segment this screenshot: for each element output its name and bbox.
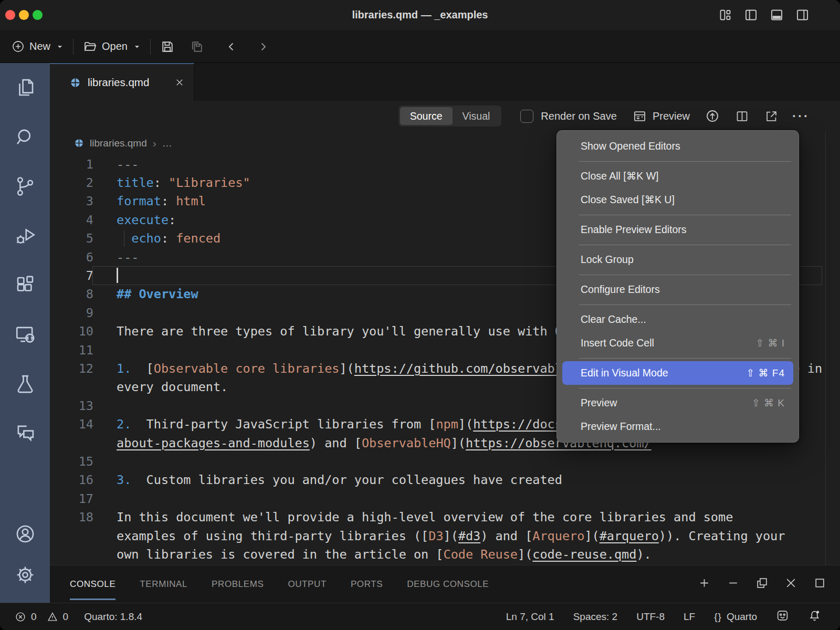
line-content: echo: fenced xyxy=(93,229,220,248)
panel-tab-problems[interactable]: PROBLEMS xyxy=(212,565,264,603)
new-console-plus-icon[interactable] xyxy=(698,576,711,592)
line-number: 7 xyxy=(50,268,93,283)
preview-button[interactable]: Preview xyxy=(633,109,690,123)
panel-tab-debug-console[interactable]: DEBUG CONSOLE xyxy=(407,565,489,603)
code-token: D3 xyxy=(428,529,443,543)
visual-mode-button[interactable]: Visual xyxy=(453,107,500,125)
line-number: 12 xyxy=(50,361,93,376)
chevron-down-icon xyxy=(56,43,64,50)
run-debug-icon[interactable] xyxy=(12,223,38,249)
code-token: : xyxy=(169,213,176,227)
line-number: 9 xyxy=(50,306,93,320)
close-panel-icon[interactable] xyxy=(784,576,797,592)
render-on-save-checkbox[interactable] xyxy=(520,110,533,123)
panel-tab-output[interactable]: OUTPUT xyxy=(288,565,326,603)
search-sidebar-icon[interactable] xyxy=(12,124,38,150)
cursor-position-status[interactable]: Ln 7, Col 1 xyxy=(506,611,554,623)
problems-status[interactable]: 0 0 xyxy=(15,611,68,623)
customize-layout-icon[interactable] xyxy=(718,8,732,22)
forward-button[interactable] xyxy=(257,40,269,53)
code-token: 1. xyxy=(117,361,131,376)
line-content: own libraries is covered in the article … xyxy=(93,545,652,563)
language-mode-status[interactable]: {} Quarto xyxy=(714,611,757,623)
line-content: title: "Libraries" xyxy=(93,173,250,192)
code-token: echo xyxy=(131,231,161,246)
comments-icon[interactable] xyxy=(12,420,38,446)
publish-icon[interactable] xyxy=(705,109,720,123)
editor-overview-ruler xyxy=(825,131,826,565)
more-actions-button[interactable]: ··· xyxy=(792,109,810,123)
new-button[interactable]: New xyxy=(12,40,64,53)
menu-item-enable-preview-editors[interactable]: Enable Preview Editors xyxy=(557,218,799,242)
line-number: 14 xyxy=(50,417,93,432)
split-editor-icon[interactable] xyxy=(735,109,749,123)
toggle-primary-sidebar-icon[interactable] xyxy=(744,8,758,22)
restore-panel-icon[interactable] xyxy=(755,576,769,592)
menu-item-close-saved-k-u[interactable]: Close Saved [⌘K U] xyxy=(557,188,799,212)
explorer-icon[interactable] xyxy=(12,75,38,101)
eol-status[interactable]: LF xyxy=(684,611,695,623)
code-token: html xyxy=(176,194,206,208)
line-number: 8 xyxy=(50,287,93,301)
menu-item-configure-editors[interactable]: Configure Editors xyxy=(557,278,799,301)
menu-item-preview-format[interactable]: Preview Format... xyxy=(557,415,799,438)
menu-item-lock-group[interactable]: Lock Group xyxy=(557,248,799,271)
breadcrumb-more[interactable]: … xyxy=(162,138,172,149)
minimize-panel-icon[interactable] xyxy=(727,576,740,592)
open-button[interactable]: Open xyxy=(83,39,141,54)
save-all-button[interactable] xyxy=(190,39,204,54)
chevron-left-icon xyxy=(225,40,238,53)
source-control-icon[interactable] xyxy=(12,173,38,200)
line-content: In this document we'll provide a high-le… xyxy=(93,508,733,526)
settings-gear-icon[interactable] xyxy=(12,562,38,588)
remote-explorer-icon[interactable] xyxy=(12,321,38,348)
feedback-smiley-icon[interactable] xyxy=(776,609,789,625)
line-number: 4 xyxy=(50,213,93,227)
menu-item-show-opened-editors[interactable]: Show Opened Editors xyxy=(557,134,799,158)
panel-tab-console[interactable]: CONSOLE xyxy=(70,565,116,603)
code-token: about-packages-and-modules xyxy=(117,436,310,450)
code-token: #d3 xyxy=(458,529,480,543)
breadcrumb-file[interactable]: libraries.qmd xyxy=(90,138,147,149)
toolbar-separator xyxy=(73,39,74,55)
line-content: every document. xyxy=(93,378,228,396)
indentation-status[interactable]: Spaces: 2 xyxy=(573,611,618,623)
open-external-icon[interactable] xyxy=(764,109,779,123)
quarto-version-status[interactable]: Quarto: 1.8.4 xyxy=(84,611,142,623)
code-token: ) and [ xyxy=(310,436,362,450)
panel-tab-terminal[interactable]: TERMINAL xyxy=(140,565,187,603)
extensions-icon[interactable] xyxy=(12,272,38,298)
code-token: ## Overview xyxy=(117,287,198,301)
line-content xyxy=(93,341,117,359)
panel-tab-ports[interactable]: PORTS xyxy=(351,565,383,603)
source-visual-toggle[interactable]: Source Visual xyxy=(398,106,502,127)
maximize-panel-icon[interactable] xyxy=(813,576,826,592)
status-bar: 0 0 Quarto: 1.8.4 Ln 7, Col 1 Spaces: 2 … xyxy=(0,603,840,630)
close-tab-icon[interactable] xyxy=(175,78,184,87)
tab-libraries-qmd[interactable]: libraries.qmd xyxy=(50,63,194,101)
toggle-panel-icon[interactable] xyxy=(770,8,784,22)
testing-icon[interactable] xyxy=(12,371,38,397)
tab-label: libraries.qmd xyxy=(88,76,149,89)
code-token: ) and [ xyxy=(480,529,532,543)
code-line: 163. Custom libraries you and/or your co… xyxy=(50,471,840,489)
toggle-secondary-sidebar-icon[interactable] xyxy=(795,8,810,22)
menu-item-edit-in-visual-mode[interactable]: Edit in Visual Mode⇧ ⌘ F4 xyxy=(562,361,793,385)
account-icon[interactable] xyxy=(12,521,38,547)
notifications-bell-icon[interactable] xyxy=(808,609,821,625)
menu-item-clear-cache[interactable]: Clear Cache... xyxy=(557,308,799,331)
code-token: every document. xyxy=(117,380,228,394)
encoding-status[interactable]: UTF-8 xyxy=(636,611,665,623)
menu-item-label: Close Saved [⌘K U] xyxy=(581,194,675,206)
menu-item-label: Clear Cache... xyxy=(581,313,646,326)
editor-context-menu: Show Opened EditorsClose All [⌘K W]Close… xyxy=(556,130,799,443)
back-button[interactable] xyxy=(225,40,238,53)
source-mode-button[interactable]: Source xyxy=(400,107,453,125)
save-button[interactable] xyxy=(160,39,175,54)
menu-item-insert-code-cell[interactable]: Insert Code Cell⇧ ⌘ I xyxy=(557,331,799,355)
line-content xyxy=(93,489,117,508)
save-icon xyxy=(160,39,175,54)
menu-item-close-all-k-w[interactable]: Close All [⌘K W] xyxy=(557,164,799,188)
line-content xyxy=(93,396,117,415)
menu-item-preview[interactable]: Preview⇧ ⌘ K xyxy=(557,391,799,415)
